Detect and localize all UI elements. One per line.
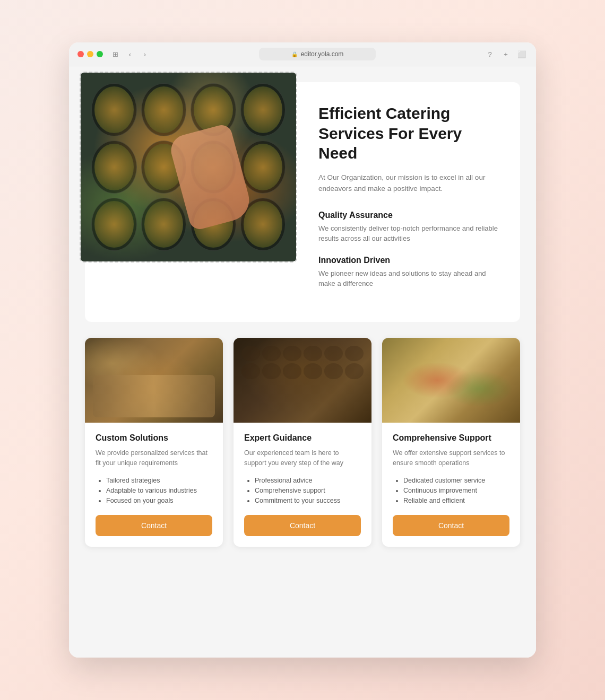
- extensions-button[interactable]: ⬜: [516, 48, 528, 60]
- hero-section: Efficient Catering Services For Every Ne…: [85, 82, 520, 322]
- card-desc-custom: We provide personalized services that fi…: [96, 448, 212, 469]
- traffic-lights: [77, 51, 103, 57]
- card-list-comprehensive: Dedicated customer service Continuous im…: [393, 477, 509, 504]
- add-tab-button[interactable]: +: [500, 48, 512, 60]
- browser-chrome: ⊞ ‹ › 🔒 editor.yola.com ? + ⬜: [69, 42, 536, 66]
- card-title-custom: Custom Solutions: [96, 433, 212, 443]
- hero-image-dashed: [80, 72, 297, 262]
- back-button[interactable]: ‹: [124, 48, 136, 60]
- address-bar[interactable]: 🔒 editor.yola.com: [259, 48, 376, 60]
- cards-section: Custom Solutions We provide personalized…: [69, 338, 536, 547]
- card-image-canapes: [382, 338, 520, 423]
- feature-quality-title: Quality Assurance: [318, 211, 499, 220]
- card-list-expert: Professional advice Comprehensive suppor…: [244, 477, 361, 504]
- feature-innovation: Innovation Driven We pioneer new ideas a…: [318, 256, 499, 289]
- traffic-light-red[interactable]: [77, 51, 84, 57]
- feature-innovation-desc: We pioneer new ideas and solutions to st…: [318, 268, 499, 289]
- dot-1: [241, 346, 260, 362]
- dot-8: [262, 363, 281, 379]
- help-button[interactable]: ?: [484, 48, 496, 60]
- traffic-light-yellow[interactable]: [87, 51, 93, 57]
- card-title-comprehensive: Comprehensive Support: [393, 433, 509, 443]
- list-item-continuous: Continuous improvement: [403, 487, 509, 494]
- url-text: editor.yola.com: [301, 50, 344, 58]
- hero-image-container: [80, 72, 302, 311]
- hero-text: Efficient Catering Services For Every Ne…: [302, 82, 520, 322]
- card-image-grilled-food: [85, 338, 223, 423]
- hero-title: Efficient Catering Services For Every Ne…: [318, 103, 499, 163]
- card-title-expert: Expert Guidance: [244, 433, 361, 443]
- card-body-comprehensive: Comprehensive Support We offer extensive…: [382, 423, 520, 547]
- feature-quality: Quality Assurance We consistently delive…: [318, 211, 499, 244]
- browser-controls: ⊞ ‹ ›: [109, 48, 151, 60]
- list-item-professional: Professional advice: [255, 477, 361, 484]
- card-list-custom: Tailored strategies Adaptable to various…: [96, 477, 212, 504]
- hero-food-image: [81, 73, 296, 261]
- address-bar-wrap: 🔒 editor.yola.com: [157, 48, 478, 60]
- list-item-reliable: Reliable and efficient: [403, 497, 509, 504]
- card-expert-guidance: Expert Guidance Our experienced team is …: [234, 338, 371, 547]
- traffic-light-green[interactable]: [97, 51, 103, 57]
- dot-11: [324, 363, 343, 379]
- feature-innovation-title: Innovation Driven: [318, 256, 499, 265]
- page-content: Efficient Catering Services For Every Ne…: [69, 66, 536, 658]
- food-cup-8: [240, 141, 286, 194]
- list-item-comprehensive: Comprehensive support: [255, 487, 361, 494]
- cards-grid: Custom Solutions We provide personalized…: [85, 338, 520, 547]
- lock-icon: 🔒: [291, 51, 298, 57]
- contact-button-expert[interactable]: Contact: [244, 515, 361, 536]
- dot-7: [241, 363, 260, 379]
- list-item-dedicated: Dedicated customer service: [403, 477, 509, 484]
- card-image-chocolate: [234, 338, 371, 423]
- dot-2: [262, 346, 281, 362]
- food-cup-5: [91, 141, 137, 194]
- dot-4: [304, 346, 322, 362]
- food-cup-1: [91, 83, 137, 136]
- food-cup-4: [240, 83, 286, 136]
- card-custom-solutions: Custom Solutions We provide personalized…: [85, 338, 223, 547]
- card-comprehensive-support: Comprehensive Support We offer extensive…: [382, 338, 520, 547]
- dot-9: [283, 363, 301, 379]
- dot-6: [345, 346, 364, 362]
- card-desc-expert: Our experienced team is here to support …: [244, 448, 361, 469]
- contact-button-custom[interactable]: Contact: [96, 515, 212, 536]
- forward-button[interactable]: ›: [139, 48, 151, 60]
- dot-3: [283, 346, 301, 362]
- dot-12: [345, 363, 364, 379]
- dots-overlay: [234, 338, 371, 423]
- dot-5: [324, 346, 343, 362]
- list-item-focused: Focused on your goals: [106, 497, 212, 504]
- dot-10: [304, 363, 322, 379]
- sidebar-toggle-button[interactable]: ⊞: [109, 48, 121, 60]
- card-body-custom: Custom Solutions We provide personalized…: [85, 423, 223, 547]
- hero-subtitle: At Our Organization, our mission is to e…: [318, 172, 499, 195]
- food-cup-10: [141, 198, 187, 251]
- card-body-expert: Expert Guidance Our experienced team is …: [234, 423, 371, 547]
- contact-button-comprehensive[interactable]: Contact: [393, 515, 509, 536]
- list-item-tailored: Tailored strategies: [106, 477, 212, 484]
- card-desc-comprehensive: We offer extensive support services to e…: [393, 448, 509, 469]
- list-item-adaptable: Adaptable to various industries: [106, 487, 212, 494]
- food-cup-9: [91, 198, 137, 251]
- browser-actions: ? + ⬜: [484, 48, 528, 60]
- list-item-commitment: Commitment to your success: [255, 497, 361, 504]
- browser-window: ⊞ ‹ › 🔒 editor.yola.com ? + ⬜: [69, 42, 536, 658]
- feature-quality-desc: We consistently deliver top-notch perfor…: [318, 223, 499, 244]
- food-cup-2: [141, 83, 187, 136]
